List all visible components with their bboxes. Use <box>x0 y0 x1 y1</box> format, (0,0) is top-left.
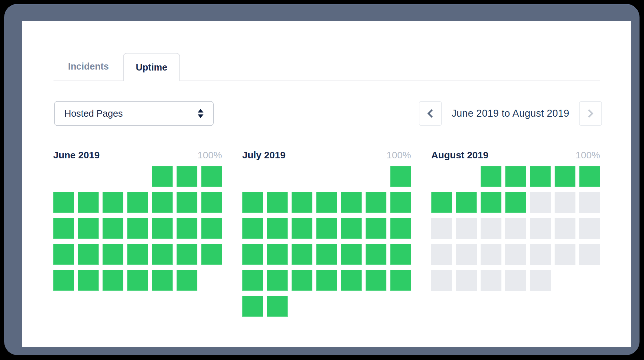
next-range-button[interactable] <box>579 101 602 126</box>
day-cell-up[interactable] <box>78 192 99 213</box>
day-cell-future[interactable] <box>555 218 575 239</box>
day-cell-up[interactable] <box>242 192 263 213</box>
day-cell-future[interactable] <box>530 244 551 265</box>
day-cell-up[interactable] <box>505 192 526 213</box>
day-cell-up[interactable] <box>53 244 74 265</box>
day-cell-future[interactable] <box>505 244 526 265</box>
day-cell-up[interactable] <box>316 244 337 265</box>
day-cell-up[interactable] <box>292 218 312 239</box>
day-cell-up[interactable] <box>505 166 526 187</box>
day-cell-future[interactable] <box>431 270 452 291</box>
day-cell-up[interactable] <box>177 270 197 291</box>
day-cell-up[interactable] <box>177 192 197 213</box>
day-cell-up[interactable] <box>292 270 312 291</box>
day-cell-up[interactable] <box>152 218 173 239</box>
day-cell-future[interactable] <box>481 218 501 239</box>
day-cell-up[interactable] <box>152 192 173 213</box>
day-cell-up[interactable] <box>53 218 74 239</box>
day-cell-up[interactable] <box>152 270 173 291</box>
day-cell-up[interactable] <box>152 244 173 265</box>
day-cell-up[interactable] <box>177 218 197 239</box>
day-cell-future[interactable] <box>530 192 551 213</box>
day-cell-up[interactable] <box>366 218 386 239</box>
day-cell-future[interactable] <box>555 192 575 213</box>
day-cell-future[interactable] <box>530 270 551 291</box>
day-cell-up[interactable] <box>267 244 288 265</box>
day-cell-up[interactable] <box>78 218 99 239</box>
day-cell-up[interactable] <box>127 218 148 239</box>
day-cell-up[interactable] <box>242 296 263 317</box>
day-cell-up[interactable] <box>292 244 312 265</box>
day-cell-future[interactable] <box>481 244 501 265</box>
day-cell-up[interactable] <box>177 244 197 265</box>
day-cell-future[interactable] <box>431 218 452 239</box>
day-cell-up[interactable] <box>53 270 74 291</box>
day-cell-up[interactable] <box>242 244 263 265</box>
day-cell-up[interactable] <box>53 192 74 213</box>
day-cell-up[interactable] <box>456 192 477 213</box>
day-cell-up[interactable] <box>316 192 337 213</box>
day-cell-up[interactable] <box>177 166 197 187</box>
day-cell-up[interactable] <box>201 218 222 239</box>
day-cell-future[interactable] <box>530 218 551 239</box>
day-cell-future[interactable] <box>579 218 600 239</box>
day-cell-future[interactable] <box>456 244 477 265</box>
day-cell-future[interactable] <box>505 218 526 239</box>
day-cell-up[interactable] <box>103 270 123 291</box>
day-cell-future[interactable] <box>456 270 477 291</box>
day-cell-up[interactable] <box>390 218 411 239</box>
day-cell-up[interactable] <box>555 166 575 187</box>
day-cell-up[interactable] <box>390 166 411 187</box>
day-cell-up[interactable] <box>127 192 148 213</box>
day-cell-up[interactable] <box>242 218 263 239</box>
day-cell-up[interactable] <box>78 244 99 265</box>
day-cell-up[interactable] <box>530 166 551 187</box>
day-cell-up[interactable] <box>366 244 386 265</box>
day-cell-up[interactable] <box>201 244 222 265</box>
day-cell-up[interactable] <box>366 270 386 291</box>
day-cell-up[interactable] <box>242 270 263 291</box>
day-cell-up[interactable] <box>316 218 337 239</box>
day-cell-up[interactable] <box>390 192 411 213</box>
day-cell-up[interactable] <box>103 192 123 213</box>
day-cell-up[interactable] <box>366 192 386 213</box>
day-cell-up[interactable] <box>267 218 288 239</box>
hosted-pages-select[interactable]: Hosted Pages <box>54 101 214 126</box>
day-cell-up[interactable] <box>431 192 452 213</box>
day-cell-up[interactable] <box>267 192 288 213</box>
day-cell-up[interactable] <box>341 192 362 213</box>
day-cell-up[interactable] <box>267 296 288 317</box>
day-cell-up[interactable] <box>341 218 362 239</box>
tab-uptime[interactable]: Uptime <box>123 53 180 81</box>
day-cell-future[interactable] <box>481 270 501 291</box>
day-cell-up[interactable] <box>103 244 123 265</box>
day-cell-empty <box>555 270 575 291</box>
day-cell-up[interactable] <box>292 192 312 213</box>
day-cell-up[interactable] <box>127 270 148 291</box>
day-cell-up[interactable] <box>579 166 600 187</box>
day-cell-up[interactable] <box>341 244 362 265</box>
day-cell-up[interactable] <box>127 244 148 265</box>
day-cell-future[interactable] <box>555 244 575 265</box>
day-cell-up[interactable] <box>201 192 222 213</box>
day-cell-up[interactable] <box>103 218 123 239</box>
day-cell-future[interactable] <box>456 218 477 239</box>
day-cell-up[interactable] <box>341 270 362 291</box>
day-cell-up[interactable] <box>267 270 288 291</box>
day-cell-up[interactable] <box>316 270 337 291</box>
day-cell-up[interactable] <box>152 166 173 187</box>
day-cell-future[interactable] <box>579 244 600 265</box>
day-cell-up[interactable] <box>481 192 501 213</box>
day-cell-up[interactable] <box>481 166 501 187</box>
tab-incidents[interactable]: Incidents <box>54 53 123 80</box>
day-cell-empty <box>242 166 263 187</box>
day-cell-up[interactable] <box>201 166 222 187</box>
day-cell-future[interactable] <box>505 270 526 291</box>
day-cell-empty <box>127 166 148 187</box>
day-cell-up[interactable] <box>390 244 411 265</box>
day-cell-future[interactable] <box>431 244 452 265</box>
day-cell-future[interactable] <box>579 192 600 213</box>
day-cell-up[interactable] <box>390 270 411 291</box>
day-cell-up[interactable] <box>78 270 99 291</box>
prev-range-button[interactable] <box>419 101 442 126</box>
